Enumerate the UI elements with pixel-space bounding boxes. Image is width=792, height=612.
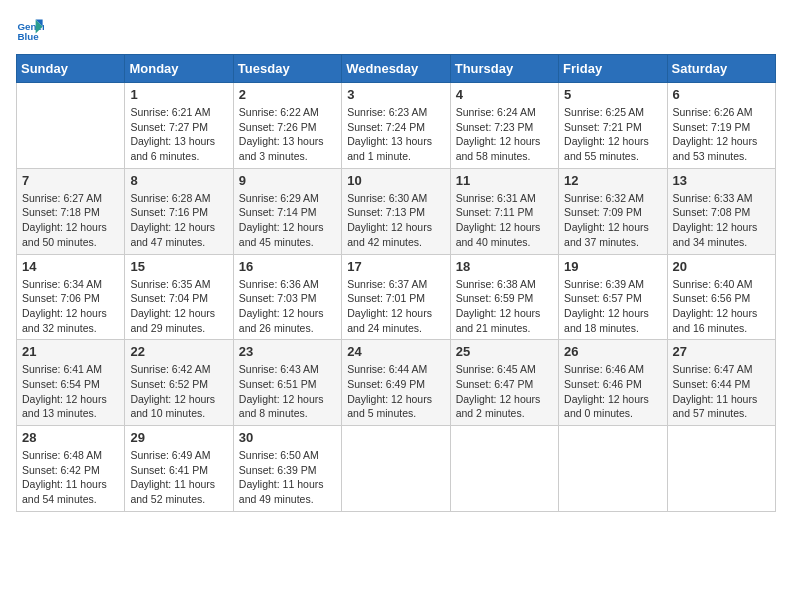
day-info: Sunrise: 6:31 AM Sunset: 7:11 PM Dayligh… [456, 191, 553, 250]
day-info: Sunrise: 6:49 AM Sunset: 6:41 PM Dayligh… [130, 448, 227, 507]
day-info: Sunrise: 6:26 AM Sunset: 7:19 PM Dayligh… [673, 105, 770, 164]
day-number: 14 [22, 259, 119, 274]
day-info: Sunrise: 6:50 AM Sunset: 6:39 PM Dayligh… [239, 448, 336, 507]
day-info: Sunrise: 6:21 AM Sunset: 7:27 PM Dayligh… [130, 105, 227, 164]
day-info: Sunrise: 6:48 AM Sunset: 6:42 PM Dayligh… [22, 448, 119, 507]
logo-icon: General Blue [16, 16, 44, 44]
calendar-cell [342, 426, 450, 512]
day-info: Sunrise: 6:36 AM Sunset: 7:03 PM Dayligh… [239, 277, 336, 336]
weekday-header: Friday [559, 55, 667, 83]
calendar-cell: 29Sunrise: 6:49 AM Sunset: 6:41 PM Dayli… [125, 426, 233, 512]
day-number: 28 [22, 430, 119, 445]
day-number: 20 [673, 259, 770, 274]
day-number: 23 [239, 344, 336, 359]
day-number: 16 [239, 259, 336, 274]
weekday-header: Sunday [17, 55, 125, 83]
day-number: 22 [130, 344, 227, 359]
day-number: 7 [22, 173, 119, 188]
day-info: Sunrise: 6:46 AM Sunset: 6:46 PM Dayligh… [564, 362, 661, 421]
logo: General Blue [16, 16, 48, 44]
calendar-week-row: 28Sunrise: 6:48 AM Sunset: 6:42 PM Dayli… [17, 426, 776, 512]
calendar-cell: 16Sunrise: 6:36 AM Sunset: 7:03 PM Dayli… [233, 254, 341, 340]
day-number: 25 [456, 344, 553, 359]
calendar-week-row: 14Sunrise: 6:34 AM Sunset: 7:06 PM Dayli… [17, 254, 776, 340]
day-info: Sunrise: 6:35 AM Sunset: 7:04 PM Dayligh… [130, 277, 227, 336]
calendar-cell: 9Sunrise: 6:29 AM Sunset: 7:14 PM Daylig… [233, 168, 341, 254]
day-number: 19 [564, 259, 661, 274]
day-number: 12 [564, 173, 661, 188]
day-info: Sunrise: 6:25 AM Sunset: 7:21 PM Dayligh… [564, 105, 661, 164]
day-number: 3 [347, 87, 444, 102]
day-number: 5 [564, 87, 661, 102]
day-info: Sunrise: 6:38 AM Sunset: 6:59 PM Dayligh… [456, 277, 553, 336]
day-number: 6 [673, 87, 770, 102]
weekday-header-row: SundayMondayTuesdayWednesdayThursdayFrid… [17, 55, 776, 83]
day-number: 26 [564, 344, 661, 359]
day-info: Sunrise: 6:41 AM Sunset: 6:54 PM Dayligh… [22, 362, 119, 421]
calendar-cell: 27Sunrise: 6:47 AM Sunset: 6:44 PM Dayli… [667, 340, 775, 426]
weekday-header: Monday [125, 55, 233, 83]
day-info: Sunrise: 6:45 AM Sunset: 6:47 PM Dayligh… [456, 362, 553, 421]
day-number: 18 [456, 259, 553, 274]
calendar-cell: 5Sunrise: 6:25 AM Sunset: 7:21 PM Daylig… [559, 83, 667, 169]
calendar-cell: 30Sunrise: 6:50 AM Sunset: 6:39 PM Dayli… [233, 426, 341, 512]
day-info: Sunrise: 6:22 AM Sunset: 7:26 PM Dayligh… [239, 105, 336, 164]
calendar-week-row: 1Sunrise: 6:21 AM Sunset: 7:27 PM Daylig… [17, 83, 776, 169]
calendar-cell: 3Sunrise: 6:23 AM Sunset: 7:24 PM Daylig… [342, 83, 450, 169]
calendar-cell: 10Sunrise: 6:30 AM Sunset: 7:13 PM Dayli… [342, 168, 450, 254]
calendar-cell: 6Sunrise: 6:26 AM Sunset: 7:19 PM Daylig… [667, 83, 775, 169]
day-info: Sunrise: 6:37 AM Sunset: 7:01 PM Dayligh… [347, 277, 444, 336]
day-info: Sunrise: 6:23 AM Sunset: 7:24 PM Dayligh… [347, 105, 444, 164]
calendar-cell [450, 426, 558, 512]
day-number: 8 [130, 173, 227, 188]
calendar-cell: 23Sunrise: 6:43 AM Sunset: 6:51 PM Dayli… [233, 340, 341, 426]
day-number: 15 [130, 259, 227, 274]
day-number: 1 [130, 87, 227, 102]
day-info: Sunrise: 6:33 AM Sunset: 7:08 PM Dayligh… [673, 191, 770, 250]
day-info: Sunrise: 6:34 AM Sunset: 7:06 PM Dayligh… [22, 277, 119, 336]
calendar-cell: 1Sunrise: 6:21 AM Sunset: 7:27 PM Daylig… [125, 83, 233, 169]
weekday-header: Thursday [450, 55, 558, 83]
day-info: Sunrise: 6:30 AM Sunset: 7:13 PM Dayligh… [347, 191, 444, 250]
day-number: 4 [456, 87, 553, 102]
day-info: Sunrise: 6:40 AM Sunset: 6:56 PM Dayligh… [673, 277, 770, 336]
day-info: Sunrise: 6:27 AM Sunset: 7:18 PM Dayligh… [22, 191, 119, 250]
calendar-cell: 19Sunrise: 6:39 AM Sunset: 6:57 PM Dayli… [559, 254, 667, 340]
day-number: 2 [239, 87, 336, 102]
day-info: Sunrise: 6:44 AM Sunset: 6:49 PM Dayligh… [347, 362, 444, 421]
day-info: Sunrise: 6:28 AM Sunset: 7:16 PM Dayligh… [130, 191, 227, 250]
weekday-header: Tuesday [233, 55, 341, 83]
day-number: 11 [456, 173, 553, 188]
calendar-cell: 14Sunrise: 6:34 AM Sunset: 7:06 PM Dayli… [17, 254, 125, 340]
calendar-cell: 24Sunrise: 6:44 AM Sunset: 6:49 PM Dayli… [342, 340, 450, 426]
day-info: Sunrise: 6:39 AM Sunset: 6:57 PM Dayligh… [564, 277, 661, 336]
day-number: 10 [347, 173, 444, 188]
calendar-cell: 22Sunrise: 6:42 AM Sunset: 6:52 PM Dayli… [125, 340, 233, 426]
page-header: General Blue [16, 16, 776, 44]
calendar-cell: 26Sunrise: 6:46 AM Sunset: 6:46 PM Dayli… [559, 340, 667, 426]
calendar-cell: 4Sunrise: 6:24 AM Sunset: 7:23 PM Daylig… [450, 83, 558, 169]
calendar-cell: 28Sunrise: 6:48 AM Sunset: 6:42 PM Dayli… [17, 426, 125, 512]
calendar-cell: 25Sunrise: 6:45 AM Sunset: 6:47 PM Dayli… [450, 340, 558, 426]
day-number: 30 [239, 430, 336, 445]
calendar-cell: 7Sunrise: 6:27 AM Sunset: 7:18 PM Daylig… [17, 168, 125, 254]
calendar-cell [559, 426, 667, 512]
day-info: Sunrise: 6:24 AM Sunset: 7:23 PM Dayligh… [456, 105, 553, 164]
calendar-week-row: 7Sunrise: 6:27 AM Sunset: 7:18 PM Daylig… [17, 168, 776, 254]
day-info: Sunrise: 6:42 AM Sunset: 6:52 PM Dayligh… [130, 362, 227, 421]
calendar-cell: 12Sunrise: 6:32 AM Sunset: 7:09 PM Dayli… [559, 168, 667, 254]
calendar-cell: 18Sunrise: 6:38 AM Sunset: 6:59 PM Dayli… [450, 254, 558, 340]
day-number: 24 [347, 344, 444, 359]
day-number: 17 [347, 259, 444, 274]
calendar-cell: 17Sunrise: 6:37 AM Sunset: 7:01 PM Dayli… [342, 254, 450, 340]
day-number: 29 [130, 430, 227, 445]
calendar-cell: 2Sunrise: 6:22 AM Sunset: 7:26 PM Daylig… [233, 83, 341, 169]
calendar-cell: 8Sunrise: 6:28 AM Sunset: 7:16 PM Daylig… [125, 168, 233, 254]
calendar-week-row: 21Sunrise: 6:41 AM Sunset: 6:54 PM Dayli… [17, 340, 776, 426]
day-info: Sunrise: 6:43 AM Sunset: 6:51 PM Dayligh… [239, 362, 336, 421]
day-info: Sunrise: 6:47 AM Sunset: 6:44 PM Dayligh… [673, 362, 770, 421]
calendar-cell [667, 426, 775, 512]
day-number: 13 [673, 173, 770, 188]
day-number: 27 [673, 344, 770, 359]
day-number: 9 [239, 173, 336, 188]
